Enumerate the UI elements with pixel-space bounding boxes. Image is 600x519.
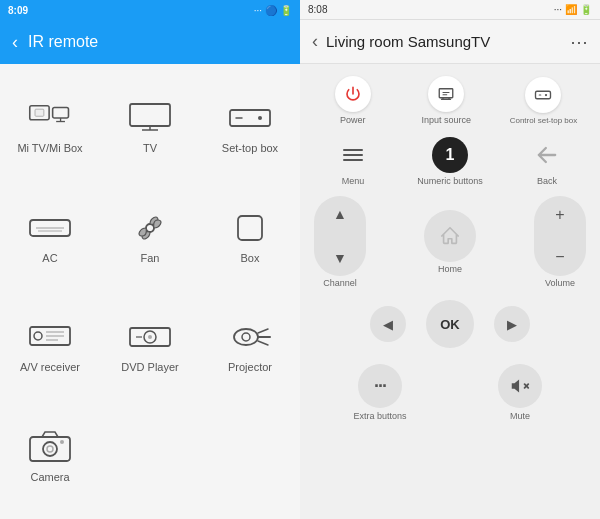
- control-settopbox-button[interactable]: Control set-top box: [510, 77, 578, 125]
- dvd-player-icon: [126, 319, 174, 355]
- home-column: Home: [424, 210, 476, 274]
- svg-rect-35: [536, 91, 551, 99]
- right-time: 8:08: [308, 4, 327, 15]
- svg-point-17: [34, 332, 42, 340]
- tv-icon: [126, 100, 174, 136]
- more-options-button[interactable]: ⋯: [570, 31, 588, 53]
- channel-down-button[interactable]: ▼: [333, 250, 347, 266]
- volume-column: + − Volume: [530, 196, 590, 288]
- svg-line-29: [258, 341, 268, 345]
- box-icon: [226, 210, 274, 246]
- menu-button[interactable]: Menu: [323, 137, 383, 186]
- channel-column: ▲ ▼ Channel: [310, 196, 370, 288]
- svg-point-25: [234, 329, 258, 345]
- nav-right-button[interactable]: ▶: [494, 306, 530, 342]
- device-item-box[interactable]: Box: [200, 182, 300, 292]
- top-buttons-row: Power Input source: [306, 72, 594, 129]
- dvd-player-label: DVD Player: [121, 361, 178, 373]
- set-top-box-icon: [226, 100, 274, 136]
- left-status-bar: 8:09 ··· 🔵 🔋: [0, 0, 300, 20]
- volume-label: Volume: [545, 278, 575, 288]
- second-buttons-row: Menu 1 Numeric buttons Back: [306, 133, 594, 190]
- svg-rect-1: [35, 109, 44, 116]
- svg-point-23: [148, 335, 152, 339]
- av-receiver-label: A/V receiver: [20, 361, 80, 373]
- numeric-badge: 1: [432, 137, 468, 173]
- nav-left-button[interactable]: ◀: [370, 306, 406, 342]
- device-item-fan[interactable]: Fan: [100, 182, 200, 292]
- device-item-camera[interactable]: Camera: [0, 401, 100, 511]
- svg-rect-15: [238, 216, 262, 240]
- ac-label: AC: [42, 252, 57, 264]
- left-time: 8:09: [8, 5, 28, 16]
- ok-button[interactable]: OK: [426, 300, 474, 348]
- projector-icon: [226, 319, 274, 355]
- mute-button[interactable]: Mute: [490, 364, 550, 421]
- back-button[interactable]: Back: [517, 137, 577, 186]
- device-item-mi-tv[interactable]: Mi TV/Mi Box: [0, 72, 100, 182]
- device-item-dvd-player[interactable]: DVD Player: [100, 292, 200, 402]
- volume-up-button[interactable]: +: [555, 206, 564, 224]
- set-top-box-label: Set-top box: [222, 142, 278, 154]
- volume-oval: + −: [534, 196, 586, 276]
- svg-point-26: [242, 333, 250, 341]
- projector-label: Projector: [228, 361, 272, 373]
- box-label: Box: [241, 252, 260, 264]
- home-button[interactable]: [424, 210, 476, 262]
- right-title: Living room SamsungTV: [326, 33, 562, 50]
- device-item-av-receiver[interactable]: A/V receiver: [0, 292, 100, 402]
- device-item-projector[interactable]: Projector: [200, 292, 300, 402]
- svg-point-37: [545, 93, 547, 95]
- svg-rect-5: [130, 104, 170, 126]
- svg-point-33: [60, 440, 64, 444]
- volume-down-button[interactable]: −: [555, 248, 564, 266]
- fan-icon: [126, 210, 174, 246]
- power-button[interactable]: Power: [323, 76, 383, 125]
- svg-rect-2: [53, 107, 69, 118]
- left-status-icons: ··· 🔵 🔋: [254, 5, 292, 16]
- extra-buttons-button[interactable]: ··· Extra buttons: [350, 364, 410, 421]
- fan-label: Fan: [141, 252, 160, 264]
- mi-tv-icon: [26, 100, 74, 136]
- right-back-button[interactable]: ‹: [312, 31, 318, 52]
- av-receiver-icon: [26, 319, 74, 355]
- bottom-buttons-row: ··· Extra buttons Mute: [306, 358, 594, 427]
- remote-controls: Power Input source: [300, 64, 600, 519]
- left-header: ‹ IR remote: [0, 20, 300, 64]
- svg-point-32: [47, 446, 53, 452]
- camera-icon: [26, 429, 74, 465]
- numeric-buttons[interactable]: 1 Numeric buttons: [417, 137, 483, 186]
- home-label: Home: [438, 264, 462, 274]
- nav-row: ◀ OK ▶: [306, 294, 594, 354]
- svg-rect-34: [439, 89, 453, 98]
- device-item-set-top-box[interactable]: Set-top box: [200, 72, 300, 182]
- ac-icon: [26, 210, 74, 246]
- left-back-button[interactable]: ‹: [12, 32, 18, 53]
- menu-icon: [343, 149, 363, 161]
- channel-oval: ▲ ▼: [314, 196, 366, 276]
- device-item-ac[interactable]: AC: [0, 182, 100, 292]
- left-title: IR remote: [28, 33, 98, 51]
- left-panel: 8:09 ··· 🔵 🔋 ‹ IR remote Mi TV/Mi Box TV…: [0, 0, 300, 519]
- dpad-row: ▲ ▼ Channel Home + − V: [306, 194, 594, 290]
- device-item-tv[interactable]: TV: [100, 72, 200, 182]
- tv-label: TV: [143, 142, 157, 154]
- channel-label: Channel: [323, 278, 357, 288]
- camera-label: Camera: [30, 471, 69, 483]
- svg-line-28: [258, 329, 268, 333]
- device-grid: Mi TV/Mi Box TV Set-top box AC Fan Box A…: [0, 64, 300, 519]
- right-status-bar: 8:08 ··· 📶 🔋: [300, 0, 600, 20]
- svg-rect-30: [30, 437, 70, 461]
- svg-point-10: [258, 116, 262, 120]
- svg-point-14: [146, 224, 154, 232]
- right-header: ‹ Living room SamsungTV ⋯: [300, 20, 600, 64]
- right-panel: 8:08 ··· 📶 🔋 ‹ Living room SamsungTV ⋯ P…: [300, 0, 600, 519]
- svg-point-31: [43, 442, 57, 456]
- input-source-button[interactable]: Input source: [416, 76, 476, 125]
- mi-tv-label: Mi TV/Mi Box: [17, 142, 82, 154]
- channel-up-button[interactable]: ▲: [333, 206, 347, 222]
